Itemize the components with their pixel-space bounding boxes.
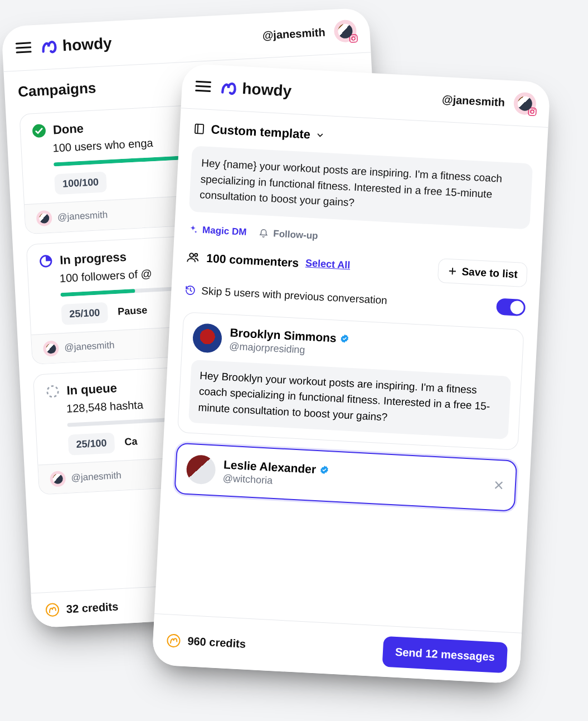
template-icon: [193, 123, 206, 136]
instagram-icon: [348, 33, 359, 44]
send-button[interactable]: Send 12 messages: [382, 636, 508, 674]
user-avatar: [192, 323, 223, 354]
skip-toggle[interactable]: [496, 298, 526, 316]
logo-text: howdy: [62, 35, 112, 55]
save-to-list-label: Save to list: [461, 265, 518, 280]
svg-point-12: [189, 253, 193, 257]
compose-content: Custom template Hey {name} your workout …: [154, 108, 548, 632]
campaign-author: @janesmith: [71, 470, 122, 484]
message-preview: Hey Brooklyn your workout posts are insp…: [188, 359, 511, 439]
svg-rect-7: [528, 108, 536, 115]
mini-avatar: [36, 210, 52, 226]
user-avatar: [186, 454, 216, 485]
credits-label: 32 credits: [66, 600, 118, 616]
user-card[interactable]: Brooklyn Simmons @majorpresiding Hey Bro…: [177, 312, 524, 451]
commenters-count: 100 commenters: [206, 251, 299, 270]
svg-point-5: [47, 386, 58, 397]
campaign-author: @janesmith: [64, 340, 115, 354]
logo-mark-icon: [220, 78, 240, 98]
in-progress-icon: [38, 254, 54, 269]
logo-mark-icon: [40, 37, 60, 57]
user-card[interactable]: Leslie Alexander @witchoria: [174, 443, 517, 512]
avatar[interactable]: [513, 92, 537, 115]
logo: howdy: [40, 34, 112, 57]
template-label: Custom template: [211, 122, 311, 142]
template-body[interactable]: Hey {name} your workout posts are inspir…: [189, 146, 533, 229]
magic-dm-label: Magic DM: [202, 224, 247, 238]
count-pill: 100/100: [54, 172, 107, 195]
avatar[interactable]: [333, 20, 357, 43]
sparkle-icon: [188, 224, 198, 235]
svg-rect-10: [195, 124, 204, 134]
menu-icon[interactable]: [16, 42, 32, 54]
users-icon: [186, 250, 200, 264]
campaign-author: @janesmith: [57, 209, 108, 223]
chevron-down-icon: [315, 130, 325, 140]
select-all-link[interactable]: Select All: [305, 257, 350, 271]
verified-icon: [339, 333, 350, 344]
mini-avatar: [50, 471, 66, 487]
svg-point-8: [531, 110, 534, 113]
menu-icon[interactable]: [195, 81, 211, 93]
close-icon[interactable]: [492, 479, 505, 492]
svg-point-13: [195, 253, 197, 256]
queued-icon: [45, 384, 60, 399]
bell-icon: [259, 228, 269, 238]
verified-icon: [319, 464, 330, 475]
follow-up-chip[interactable]: Follow-up: [259, 227, 318, 241]
mini-avatar: [43, 340, 59, 356]
compose-phone: howdy @janesmith Custom template Hey {na…: [152, 63, 551, 684]
svg-point-9: [534, 109, 535, 110]
cancel-button[interactable]: Ca: [124, 435, 138, 448]
count-pill: 25/100: [68, 432, 115, 455]
save-to-list-button[interactable]: Save to list: [437, 258, 527, 287]
svg-point-6: [46, 603, 59, 616]
logo-text: howdy: [242, 80, 292, 100]
svg-point-1: [352, 37, 355, 40]
plus-icon: [447, 265, 458, 276]
user-handle[interactable]: @janesmith: [442, 93, 506, 109]
skip-label: Skip 5 users with previous conversation: [201, 284, 387, 306]
credits-icon: [45, 602, 60, 617]
svg-line-11: [197, 124, 198, 133]
credits-icon: [166, 633, 181, 648]
user-handle[interactable]: @janesmith: [262, 26, 325, 42]
svg-point-2: [355, 36, 356, 37]
follow-up-label: Follow-up: [273, 228, 318, 241]
logo: howdy: [220, 78, 292, 101]
count-pill: 25/100: [61, 302, 108, 325]
credits-label: 960 credits: [187, 635, 246, 650]
instagram-icon: [527, 107, 538, 117]
history-icon: [184, 284, 196, 296]
magic-dm-chip[interactable]: Magic DM: [188, 224, 247, 238]
campaign-status: In queue: [66, 381, 118, 398]
pause-button[interactable]: Pause: [118, 304, 148, 318]
campaign-status: Done: [52, 122, 84, 138]
svg-rect-0: [349, 35, 357, 42]
check-circle-icon: [31, 123, 46, 138]
campaign-status: In progress: [60, 250, 127, 268]
